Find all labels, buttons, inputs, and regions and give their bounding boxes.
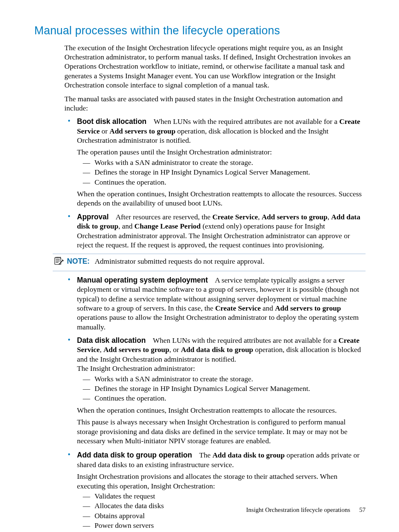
dash-item: Continues the operation. <box>77 177 366 187</box>
bullet-approval: Approval After resources are reserved, t… <box>64 212 366 250</box>
bold-term: Change Lease Period <box>134 222 200 230</box>
body-text: , or <box>169 345 181 354</box>
bullet-title: Data disk allocation <box>77 336 146 344</box>
bold-term: Add data disk to group <box>181 345 253 354</box>
body-text: When the operation continues, Insight Or… <box>77 189 366 208</box>
note-text: Administrator submitted requests do not … <box>95 257 264 266</box>
dash-item: Defines the storage in HP Insight Dynami… <box>77 384 366 393</box>
page-number: 57 <box>359 506 366 513</box>
bold-term: Create Service <box>215 304 261 312</box>
dash-item: Works with a SAN administrator to create… <box>77 158 366 167</box>
bullet-title: Boot disk allocation <box>77 117 146 126</box>
dash-item: Validates the request <box>77 491 366 501</box>
bold-term: Add servers to group <box>103 345 169 354</box>
bullet-data-disk-allocation: Data disk allocation When LUNs with the … <box>64 336 366 445</box>
section-heading: Manual processes within the lifecycle op… <box>34 23 366 38</box>
bold-term: Create Service <box>212 213 258 221</box>
body-text: The Insight Orchestration administrator: <box>77 364 366 373</box>
footer-text: Insight Orchestration lifecycle operatio… <box>246 506 350 513</box>
page-footer: Insight Orchestration lifecycle operatio… <box>246 506 366 514</box>
bold-term: Add data disk to group <box>212 451 285 459</box>
dash-item: Defines the storage in HP Insight Dynami… <box>77 167 366 177</box>
body-text: Insight Orchestration provisions and all… <box>77 472 366 491</box>
body-text: or <box>100 127 109 135</box>
bullet-boot-disk-allocation: Boot disk allocation When LUNs with the … <box>64 117 366 208</box>
dash-item: Works with a SAN administrator to create… <box>77 374 366 383</box>
bold-term: Add servers to group <box>261 213 327 221</box>
dash-item: Power down servers <box>77 521 366 530</box>
body-text: , <box>100 345 103 354</box>
body-text: The operation pauses until the Insight O… <box>77 147 366 157</box>
body-text: The <box>199 451 212 459</box>
bold-term: Add servers to group <box>275 304 341 312</box>
body-text: When LUNs with the required attributes a… <box>153 117 339 126</box>
bullet-title: Manual operating system deployment <box>77 276 208 284</box>
bullet-manual-os-deployment: Manual operating system deployment A ser… <box>64 275 366 332</box>
bullet-title: Approval <box>77 213 109 221</box>
body-text: and <box>261 304 275 312</box>
bullet-title: Add data disk to group operation <box>77 451 192 459</box>
intro-paragraph-2: The manual tasks are associated with pau… <box>64 94 366 113</box>
body-text: , <box>327 213 331 221</box>
body-text: After resources are reserved, the <box>115 213 212 221</box>
body-text: When LUNs with the required attributes a… <box>153 336 339 344</box>
note-rule-bottom <box>53 271 366 271</box>
body-text: This pause is always necessary when Insi… <box>77 417 366 445</box>
intro-paragraph-1: The execution of the Insight Orchestrati… <box>64 43 366 90</box>
dash-item: Continues the operation. <box>77 393 366 403</box>
note-label: NOTE: <box>67 257 90 266</box>
note-icon <box>53 255 64 268</box>
body-text: When the operation continues, Insight Or… <box>77 406 366 415</box>
bullet-add-data-disk-operation: Add data disk to group operation The Add… <box>64 450 366 530</box>
bold-term: Add servers to group <box>110 127 176 135</box>
body-text: operations pause to allow the Insight Or… <box>77 313 359 331</box>
body-text: , and <box>118 222 134 230</box>
